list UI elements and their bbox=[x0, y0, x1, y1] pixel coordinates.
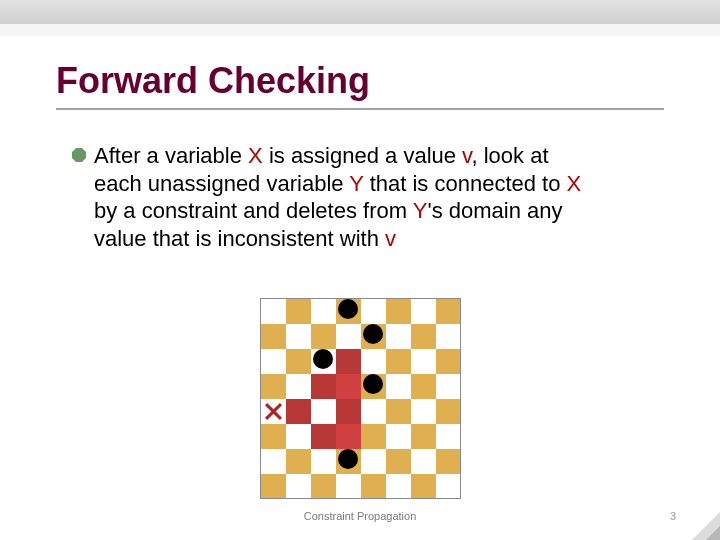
board-cell bbox=[336, 399, 361, 424]
var-x2: X bbox=[567, 171, 582, 196]
board-cell bbox=[436, 324, 461, 349]
slide-title: Forward Checking bbox=[56, 60, 370, 102]
board-cell bbox=[386, 424, 411, 449]
board-cell bbox=[436, 474, 461, 499]
board-cell bbox=[361, 399, 386, 424]
board-cell bbox=[411, 424, 436, 449]
board-cell bbox=[361, 449, 386, 474]
board-cell bbox=[311, 374, 336, 399]
body-part: is assigned a value bbox=[263, 143, 462, 168]
queen-dot-icon bbox=[338, 449, 358, 469]
var-x: X bbox=[248, 143, 263, 168]
board-cell bbox=[261, 349, 286, 374]
board-cell bbox=[361, 474, 386, 499]
board-cell bbox=[436, 299, 461, 324]
board-cell bbox=[286, 349, 311, 374]
window-sub-bar bbox=[0, 24, 720, 36]
board-cell bbox=[361, 374, 386, 399]
queens-board bbox=[260, 298, 461, 499]
board-cell bbox=[386, 374, 411, 399]
queen-dot-icon bbox=[363, 324, 383, 344]
board-cell bbox=[386, 324, 411, 349]
body-part: by a constraint and deletes from bbox=[94, 198, 413, 223]
slide-body-text: After a variable X is assigned a value v… bbox=[94, 142, 594, 252]
board-cell bbox=[286, 374, 311, 399]
board-cell bbox=[286, 324, 311, 349]
board-cell bbox=[286, 449, 311, 474]
board-cell bbox=[286, 424, 311, 449]
board-cell bbox=[261, 449, 286, 474]
board-cell bbox=[411, 399, 436, 424]
queen-dot-icon bbox=[338, 299, 358, 319]
board-cell bbox=[436, 399, 461, 424]
board-cell bbox=[286, 399, 311, 424]
board-cell bbox=[411, 474, 436, 499]
board-cell bbox=[311, 449, 336, 474]
board-cell bbox=[336, 324, 361, 349]
board-cell bbox=[436, 374, 461, 399]
board-cell bbox=[386, 299, 411, 324]
board-cell bbox=[261, 374, 286, 399]
board-cell bbox=[436, 424, 461, 449]
board-cell bbox=[336, 474, 361, 499]
board-cell bbox=[336, 449, 361, 474]
board-cell bbox=[286, 474, 311, 499]
board-cell bbox=[436, 349, 461, 374]
queen-dot-icon bbox=[363, 374, 383, 394]
body-part: that is connected to bbox=[364, 171, 567, 196]
queen-dot-icon bbox=[313, 349, 333, 369]
board-cell bbox=[336, 299, 361, 324]
window-top-bar bbox=[0, 0, 720, 24]
board-cell bbox=[436, 449, 461, 474]
board-cell bbox=[261, 299, 286, 324]
board-cell bbox=[336, 424, 361, 449]
board-cell bbox=[311, 299, 336, 324]
board-cell bbox=[311, 424, 336, 449]
board-cell bbox=[386, 449, 411, 474]
board-cell bbox=[361, 424, 386, 449]
body-part: After a variable bbox=[94, 143, 248, 168]
board-cell bbox=[361, 324, 386, 349]
board-cell bbox=[411, 349, 436, 374]
board-cell bbox=[411, 374, 436, 399]
board-cell bbox=[261, 324, 286, 349]
footer-label: Constraint Propagation bbox=[0, 510, 720, 522]
board-cell bbox=[311, 324, 336, 349]
title-underline bbox=[56, 108, 664, 110]
bullet-square-icon bbox=[72, 148, 86, 162]
board-cell bbox=[336, 374, 361, 399]
board-cell bbox=[361, 349, 386, 374]
val-v2: v bbox=[385, 226, 396, 251]
board-cell bbox=[336, 349, 361, 374]
board-cell bbox=[311, 474, 336, 499]
board-cell bbox=[386, 399, 411, 424]
board-cell bbox=[411, 449, 436, 474]
board-cell bbox=[286, 299, 311, 324]
board-cell bbox=[411, 299, 436, 324]
var-y: Y bbox=[349, 171, 363, 196]
board-cell bbox=[311, 399, 336, 424]
board-cell bbox=[261, 424, 286, 449]
board-cell bbox=[261, 474, 286, 499]
board-cell bbox=[361, 299, 386, 324]
board-cell bbox=[311, 349, 336, 374]
board-cell bbox=[386, 349, 411, 374]
board-cell bbox=[411, 324, 436, 349]
page-fold-icon bbox=[692, 512, 720, 540]
board-cell bbox=[261, 399, 286, 424]
page-number: 3 bbox=[670, 510, 676, 522]
var-y2: Y bbox=[413, 198, 428, 223]
svg-rect-0 bbox=[72, 148, 86, 162]
board-cell bbox=[386, 474, 411, 499]
